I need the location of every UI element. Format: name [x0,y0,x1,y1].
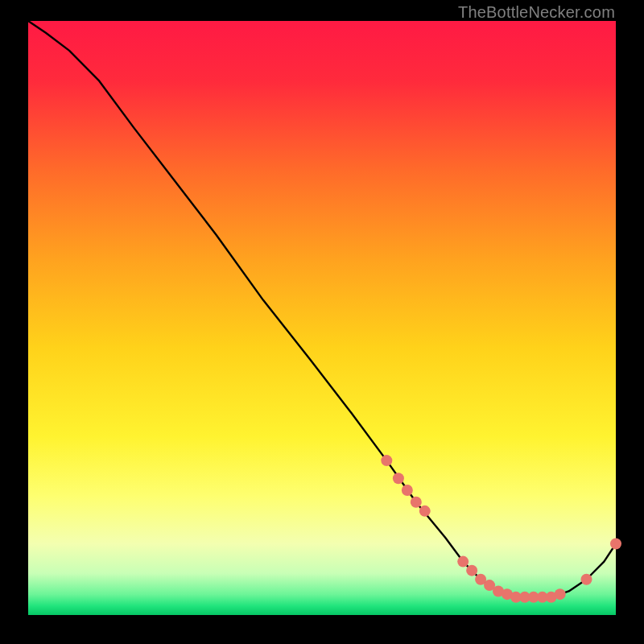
curve-marker [457,556,469,568]
curve-marker [555,588,566,600]
curve-marker [466,565,477,576]
curve-marker [610,538,621,549]
curve-marker [381,455,392,466]
attribution-label: TheBottleNecker.com [458,3,615,22]
curve-markers [381,455,621,603]
curve-marker [411,497,422,508]
curve-marker [402,485,413,496]
curve-marker [581,574,592,585]
chart-stage: TheBottleNecker.com [0,0,644,644]
curve-layer [28,21,616,615]
curve-marker [419,506,431,517]
curve-marker [393,473,404,484]
bottleneck-curve [28,21,616,597]
plot-area [28,21,616,615]
